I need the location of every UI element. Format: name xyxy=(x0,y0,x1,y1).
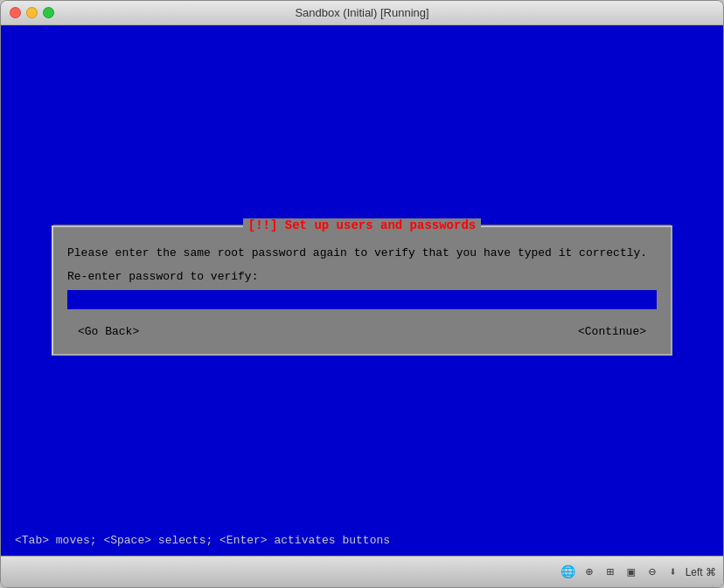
password-input-container[interactable] xyxy=(67,290,657,309)
taskbar-text: Left ⌘ xyxy=(686,566,716,578)
dialog-message: Please enter the same root password agai… xyxy=(67,245,657,262)
go-back-button[interactable]: <Go Back> xyxy=(71,323,146,340)
taskbar-icon-4[interactable]: ▣ xyxy=(623,564,640,581)
taskbar-icon-6[interactable]: ⬇ xyxy=(665,564,682,581)
status-bar: <Tab> moves; <Space> selects; <Enter> ac… xyxy=(1,524,723,556)
window-title: Sandbox (Initial) [Running] xyxy=(295,6,428,19)
title-line-left xyxy=(53,225,243,226)
taskbar-icon-3[interactable]: ⊞ xyxy=(602,564,619,581)
maximize-button[interactable] xyxy=(43,7,54,18)
close-button[interactable] xyxy=(10,7,21,18)
taskbar-icon-5[interactable]: ⊖ xyxy=(644,564,661,581)
traffic-lights xyxy=(10,7,54,18)
dialog-box: [!!] Set up users and passwords Please e… xyxy=(52,225,672,356)
dialog-title-bar: [!!] Set up users and passwords xyxy=(53,218,671,232)
title-bar: Sandbox (Initial) [Running] xyxy=(1,1,723,25)
dialog-title: [!!] Set up users and passwords xyxy=(243,218,481,232)
main-area: [!!] Set up users and passwords Please e… xyxy=(1,25,723,556)
title-line-right xyxy=(481,225,671,226)
taskbar-icon-2[interactable]: ⊕ xyxy=(581,564,598,581)
taskbar-icon-1[interactable]: 🌐 xyxy=(560,564,577,581)
taskbar: 🌐 ⊕ ⊞ ▣ ⊖ ⬇ Left ⌘ xyxy=(1,556,723,587)
password-input[interactable] xyxy=(71,294,653,307)
dialog-body: Please enter the same root password agai… xyxy=(53,245,671,341)
status-text: <Tab> moves; <Space> selects; <Enter> ac… xyxy=(15,534,390,547)
dialog-buttons: <Go Back> <Continue> xyxy=(67,323,657,340)
window-frame: Sandbox (Initial) [Running] [!!] Set up … xyxy=(0,0,724,588)
password-label: Re-enter password to verify: xyxy=(67,270,657,283)
minimize-button[interactable] xyxy=(26,7,38,18)
continue-button[interactable]: <Continue> xyxy=(571,323,653,340)
